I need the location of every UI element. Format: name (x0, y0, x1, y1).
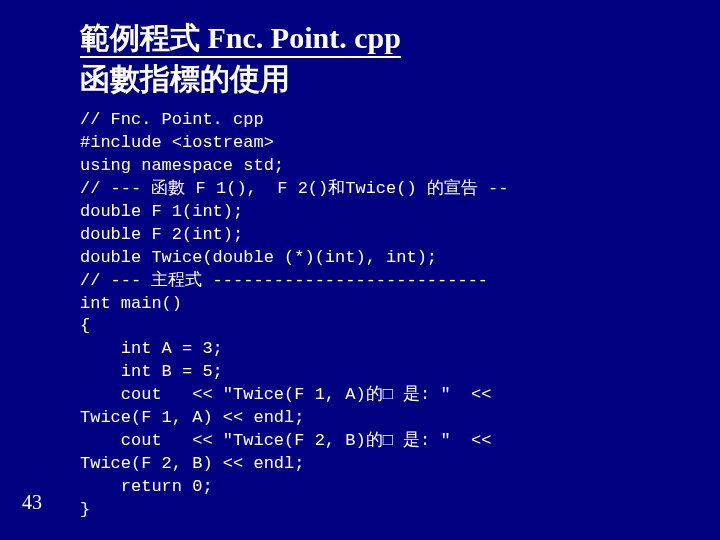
code-line: Twice(F 1, A) << endl; (80, 408, 304, 427)
code-line: int A = 3; (80, 339, 223, 358)
code-line: Twice(F 2, B) << endl; (80, 454, 304, 473)
code-line: cout << "Twice(F 2, B)的□ 是: " << (80, 431, 491, 450)
code-line: // --- 函數 F 1(), F 2()和Twice() 的宣告 -- (80, 179, 508, 198)
title-line-2: 函數指標的使用 (80, 59, 680, 100)
slide: 範例程式 Fnc. Point. cpp 函數指標的使用 // Fnc. Poi… (0, 0, 720, 540)
code-line: using namespace std; (80, 156, 284, 175)
code-line: // Fnc. Point. cpp (80, 110, 264, 129)
title-text-1: 範例程式 Fnc. Point. cpp (80, 21, 401, 58)
title-text-2: 函數指標的使用 (80, 62, 290, 95)
code-line: double Twice(double (*)(int), int); (80, 248, 437, 267)
code-line: return 0; (80, 477, 213, 496)
code-line: int main() (80, 294, 182, 313)
title-line-1: 範例程式 Fnc. Point. cpp (80, 18, 680, 59)
code-line: cout << "Twice(F 1, A)的□ 是: " << (80, 385, 491, 404)
code-line: { (80, 316, 90, 335)
code-line: } (80, 500, 90, 519)
code-block: // Fnc. Point. cpp #include <iostream> u… (80, 109, 720, 522)
code-line: // --- 主程式 --------------------------- (80, 271, 488, 290)
code-line: double F 2(int); (80, 225, 243, 244)
code-line: int B = 5; (80, 362, 223, 381)
code-line: double F 1(int); (80, 202, 243, 221)
page-number: 43 (22, 491, 42, 514)
code-line: #include <iostream> (80, 133, 274, 152)
title-block: 範例程式 Fnc. Point. cpp 函數指標的使用 (80, 18, 680, 99)
